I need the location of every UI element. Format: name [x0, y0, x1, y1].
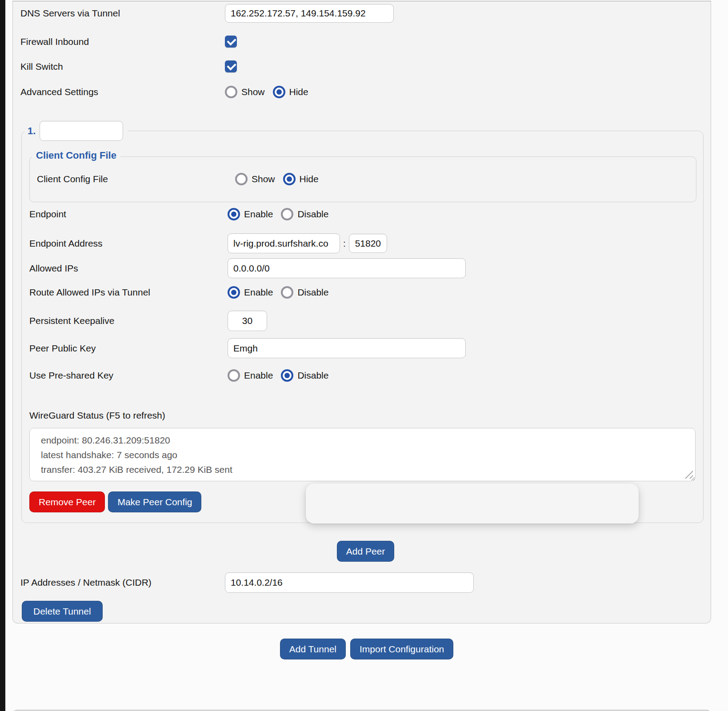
- preshared-enable-radio[interactable]: [228, 369, 240, 382]
- endpoint-label: Endpoint: [29, 209, 228, 220]
- make-peer-config-button[interactable]: Make Peer Config: [108, 491, 201, 512]
- ip-addresses-label: IP Addresses / Netmask (CIDR): [20, 577, 225, 588]
- route-disable-option-label: Disable: [297, 287, 328, 298]
- tunnel-1-fieldset: 1. Client Config File Client Config File…: [21, 131, 704, 523]
- route-disable-radio[interactable]: [281, 286, 293, 299]
- wireguard-status-label-row: WireGuard Status (F5 to refresh): [29, 409, 696, 422]
- endpoint-port-input[interactable]: [349, 234, 387, 253]
- ip-addresses-input[interactable]: [225, 572, 474, 593]
- preshared-disable-option-label: Disable: [297, 370, 328, 381]
- allowed-ips-label: Allowed IPs: [29, 263, 228, 274]
- status-line-transfer: transfer: 403.27 KiB received, 172.29 Ki…: [41, 462, 677, 477]
- peer-public-key-label: Peer Public Key: [29, 343, 228, 354]
- client-config-row: Client Config File Show Hide: [37, 173, 696, 185]
- advanced-show-radio[interactable]: [225, 86, 237, 98]
- route-enable-option-label: Enable: [244, 287, 273, 298]
- endpoint-address-label: Endpoint Address: [29, 238, 228, 249]
- add-peer-button[interactable]: Add Peer: [337, 541, 395, 562]
- persistent-keepalive-input[interactable]: [228, 311, 267, 331]
- firewall-inbound-label: Firewall Inbound: [20, 36, 225, 47]
- client-config-hide-option-label: Hide: [300, 174, 319, 184]
- wireguard-config-panel: DNS Servers via Tunnel Firewall Inbound …: [12, 1, 711, 623]
- client-config-show-radio[interactable]: [235, 173, 248, 185]
- kill-switch-checkbox[interactable]: [225, 60, 237, 72]
- firewall-inbound-checkbox[interactable]: [225, 36, 237, 48]
- advanced-settings-label: Advanced Settings: [20, 87, 225, 97]
- persistent-keepalive-row: Persistent Keepalive: [29, 311, 696, 331]
- endpoint-disable-radio[interactable]: [281, 208, 293, 220]
- wireguard-status-label: WireGuard Status (F5 to refresh): [29, 410, 165, 421]
- preshared-enable-option-label: Enable: [244, 370, 273, 381]
- firewall-inbound-row: Firewall Inbound: [20, 36, 711, 48]
- tunnel-1-legend: 1.: [24, 120, 128, 142]
- advanced-show-option-label: Show: [241, 87, 265, 97]
- wireguard-status-textarea[interactable]: endpoint: 80.246.31.209:51820 latest han…: [29, 428, 696, 481]
- endpoint-disable-option-label: Disable: [297, 209, 328, 220]
- allowed-ips-row: Allowed IPs: [29, 258, 696, 278]
- add-tunnel-button[interactable]: Add Tunnel: [280, 639, 346, 659]
- allowed-ips-input[interactable]: [228, 258, 466, 278]
- endpoint-address-row: Endpoint Address :: [29, 233, 696, 254]
- endpoint-enable-option-label: Enable: [244, 209, 273, 220]
- client-config-label: Client Config File: [37, 174, 235, 184]
- import-configuration-button[interactable]: Import Configuration: [350, 639, 453, 659]
- preshared-key-row: Use Pre-shared Key Enable Disable: [29, 369, 696, 382]
- empty-popup-overlay: [306, 483, 639, 523]
- tunnel-actions-row: Add Tunnel Import Configuration: [5, 639, 728, 659]
- kill-switch-row: Kill Switch: [20, 60, 711, 72]
- tunnel-name-input[interactable]: [40, 121, 123, 141]
- remove-peer-button[interactable]: Remove Peer: [29, 491, 105, 512]
- delete-tunnel-row: Delete Tunnel: [20, 601, 711, 622]
- peer-public-key-row: Peer Public Key: [29, 338, 696, 358]
- persistent-keepalive-label: Persistent Keepalive: [29, 316, 228, 326]
- dns-servers-input[interactable]: [225, 4, 394, 23]
- client-config-show-option-label: Show: [252, 174, 275, 184]
- advanced-hide-option-label: Hide: [289, 87, 308, 97]
- endpoint-port-separator: :: [343, 238, 346, 249]
- preshared-disable-radio[interactable]: [281, 369, 293, 382]
- endpoint-host-input[interactable]: [228, 233, 340, 253]
- delete-tunnel-button[interactable]: Delete Tunnel: [22, 601, 103, 622]
- ip-addresses-row: IP Addresses / Netmask (CIDR): [20, 572, 711, 593]
- dns-servers-label: DNS Servers via Tunnel: [20, 8, 225, 19]
- page-background: DNS Servers via Tunnel Firewall Inbound …: [5, 0, 728, 711]
- preshared-key-label: Use Pre-shared Key: [29, 370, 228, 381]
- endpoint-row: Endpoint Enable Disable: [29, 208, 696, 220]
- status-line-endpoint: endpoint: 80.246.31.209:51820: [41, 433, 677, 447]
- route-enable-radio[interactable]: [228, 286, 240, 299]
- tunnel-number-label: 1.: [28, 125, 36, 137]
- advanced-hide-radio[interactable]: [273, 86, 285, 98]
- kill-switch-label: Kill Switch: [20, 61, 225, 72]
- route-allowed-ips-label: Route Allowed IPs via Tunnel: [29, 287, 228, 298]
- peer-public-key-input[interactable]: [228, 338, 466, 358]
- dns-servers-row: DNS Servers via Tunnel: [20, 4, 711, 23]
- endpoint-enable-radio[interactable]: [228, 208, 240, 220]
- add-peer-row: Add Peer: [20, 541, 711, 562]
- advanced-settings-row: Advanced Settings Show Hide: [20, 86, 711, 98]
- client-config-hide-radio[interactable]: [283, 173, 296, 185]
- client-config-fieldset: Client Config File Client Config File Sh…: [29, 156, 696, 202]
- route-allowed-ips-row: Route Allowed IPs via Tunnel Enable Disa…: [29, 286, 696, 299]
- client-config-legend: Client Config File: [32, 150, 120, 161]
- status-line-handshake: latest handshake: 7 seconds ago: [41, 447, 677, 462]
